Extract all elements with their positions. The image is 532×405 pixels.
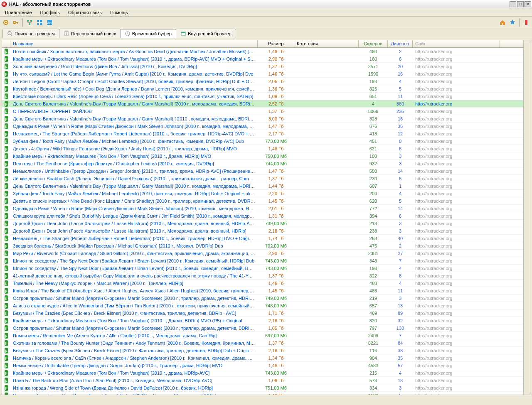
torrent-icon: µ — [2, 265, 10, 272]
col-name[interactable]: Название — [10, 40, 258, 47]
table-row[interactable]: µКрайние меры / Extraordinary Measures (… — [2, 317, 523, 324]
tab-0[interactable]: Поиск по трекерам — [2, 29, 59, 38]
table-row[interactable]: µКрутой пес ( Великолепный пёс) / Cool D… — [2, 85, 523, 93]
table-row[interactable]: µВисокосный год / Leap Year (Ананд Такер… — [2, 392, 523, 395]
table-row[interactable]: µХорошие намерения / Good Intentions (Дж… — [2, 63, 523, 70]
table-row[interactable]: µПочти покойник / Хорош настолько, наско… — [2, 48, 523, 55]
table-row[interactable]: µИзнанка города / Wrong Side of Town (Дэ… — [2, 384, 523, 392]
table-row[interactable]: µЗубная фея / Tooth Fairy (Майкл Лембек … — [2, 137, 523, 145]
svg-rect-11 — [40, 23, 42, 25]
table-row[interactable]: µБезумцы / The Crazies (Брек Эйснер / Br… — [2, 347, 523, 354]
row-site: http://rutracker.org — [413, 108, 500, 114]
table-row[interactable]: µКрайние меры / Extraordinary Measures (… — [2, 369, 523, 377]
row-seeders: 328 — [359, 116, 388, 122]
tab-1[interactable]: Персональный поиск — [59, 29, 121, 38]
row-leechers: 40 — [388, 236, 413, 241]
table-row[interactable]: µНемыслимое / Unthinkable (Грегор Джорда… — [2, 362, 523, 369]
table-row[interactable]: µОхотник за головами / The Bounty Hunter… — [2, 339, 523, 347]
text-icon[interactable]: ав — [45, 18, 54, 27]
table-row[interactable]: µШпион по соседству / The Spy Next Door … — [2, 257, 523, 265]
info-icon[interactable] — [508, 18, 517, 27]
table-row[interactable]: µОстров проклятых / Shutter Island (Март… — [2, 295, 523, 302]
table-row[interactable]: µСлишком крута для тебя / She's Out of M… — [2, 212, 523, 220]
gear-icon[interactable] — [2, 18, 10, 27]
table-row[interactable]: µКнига Илая / The Book of Eli (Альберт Х… — [2, 287, 523, 295]
exit-icon[interactable] — [522, 18, 530, 27]
torrent-icon: µ — [2, 310, 10, 317]
table-row[interactable]: µКрайние меры / Extraordinary Measures (… — [2, 55, 523, 63]
menu-profile[interactable]: Профиль — [37, 9, 64, 16]
scrollbar-vertical[interactable] — [523, 40, 530, 395]
table-row[interactable]: µДикость 4: Оргия / Wild Things: Foursom… — [2, 145, 523, 152]
table-row[interactable]: µДень Святого Валентина / Valentine's Da… — [2, 100, 523, 108]
table-row[interactable]: µДорогой Джон / Dear John (Лассе Халльст… — [2, 227, 523, 235]
tree-icon[interactable] — [25, 18, 34, 27]
row-category — [294, 290, 359, 291]
table-row[interactable]: µБезумцы / The Crazies (Брек Эйснер / Br… — [2, 309, 523, 317]
table-row[interactable]: µНезнакомец / The Stranger (Роберт Либер… — [2, 130, 523, 137]
row-site: http://rutracker.org — [413, 176, 500, 182]
tab-3[interactable]: Внутренний браузер — [176, 29, 236, 38]
table-row[interactable]: µНезнакомец / The Stranger (Роберт Либер… — [2, 235, 523, 242]
row-name: Однажды в Риме / When in Rome (Марк Стив… — [10, 123, 258, 129]
col-seeders[interactable]: Сидеров — [359, 40, 388, 47]
table-row[interactable]: µОднажды в Риме / When in Rome (Марк Сти… — [2, 205, 523, 212]
table-row[interactable]: µДевять в списке мертвых / Nine Dead (Кр… — [2, 197, 523, 205]
table-row[interactable]: µЛегион / Legion (Скотт Чарльз Стюарт / … — [2, 78, 523, 85]
torrent-icon: µ — [2, 175, 10, 182]
row-site: http://rutracker.org — [413, 303, 500, 309]
table-row[interactable]: µПомни меня / Remember Me (Аллен Култер … — [2, 332, 523, 339]
row-site: http://rutracker.org — [413, 116, 500, 122]
home-icon[interactable] — [498, 18, 507, 27]
row-seeders: 932 — [359, 161, 388, 167]
col-category[interactable]: Категория — [294, 40, 359, 47]
table-row[interactable]: µЗубная фея / Tooth Fairy (Майкл Лембек … — [2, 190, 523, 197]
torrent-icon: µ — [2, 86, 10, 92]
col-size[interactable]: Размер — [258, 40, 294, 47]
row-name: Крайние меры / Extraordinary Measures (Т… — [10, 56, 258, 62]
row-seeders: 1130 — [359, 393, 388, 395]
table-row[interactable]: µМир Реки / Riverworld (Стюарт Гиллард /… — [2, 250, 523, 257]
table-row[interactable]: µНу что, сыграем? / Let the Game Begin (… — [2, 70, 523, 78]
col-leechers[interactable]: Личеров — [388, 40, 413, 47]
table-row[interactable]: µТяжелый / The Heavy (Маркус Уоррен / Ma… — [2, 280, 523, 287]
row-site: http://rutracker.org — [413, 71, 500, 77]
table-row[interactable]: µЛёгкие деньги / Snabba Cash (Дэниэл Эсп… — [2, 175, 523, 182]
table-row[interactable]: µАлиса в стране чудес / Alice in Wonderl… — [2, 302, 523, 309]
row-category — [294, 328, 359, 329]
row-leechers: 84 — [388, 340, 413, 346]
row-category — [294, 163, 359, 164]
close-button[interactable]: ✕ — [525, 1, 531, 7]
maximize-button[interactable]: □ — [517, 1, 524, 7]
grid-body[interactable]: µПочти покойник / Хорош настолько, наско… — [2, 48, 523, 395]
table-row[interactable]: µКрестовые походы / Dark Relic (Лоренцо … — [2, 93, 523, 100]
torrent-icon: µ — [2, 138, 10, 145]
col-site[interactable]: Сайт — [413, 40, 500, 47]
table-row[interactable]: µДень Святого Валентина / Valentine's Da… — [2, 115, 523, 123]
table-row[interactable]: µНаличка / Корень всего зла / Ca$h (Стив… — [2, 354, 523, 362]
minimize-button[interactable]: _ — [510, 1, 516, 7]
table-row[interactable]: µО ПЕРЕЗАЛИВЕ ТОРРЕНТ-ФАЙЛОВ1,37 Гб50662… — [2, 108, 523, 115]
tile-icon[interactable] — [35, 18, 44, 27]
table-row[interactable]: µДорогой Джон / Dear John (Лассе Халльст… — [2, 220, 523, 227]
torrent-icon: µ — [2, 213, 10, 219]
menu-app[interactable]: Приложение — [2, 9, 35, 16]
row-size: 743,00 Мб — [258, 258, 294, 264]
table-row[interactable]: µКрайние меры / Extraordinary Measures (… — [2, 152, 523, 160]
table-row[interactable]: µ41-летний девственник, который вырубил … — [2, 272, 523, 280]
tab-2[interactable]: Временный буфер — [120, 29, 176, 38]
table-row[interactable]: µПентхаус / The Penthouse (Кристофер Лев… — [2, 160, 523, 167]
table-row[interactable]: µДень Святого Валентина / Valentine's Da… — [2, 182, 523, 190]
row-seeders: 394 — [359, 213, 388, 219]
key-icon[interactable] — [12, 18, 20, 27]
row-site: http://rutracker.org — [413, 310, 500, 316]
table-row[interactable]: µПлан Б / The Back-up Plan (Алан Пол / A… — [2, 377, 523, 384]
col-icon[interactable] — [2, 40, 10, 47]
table-row[interactable]: µНемыслимое / Unthinkable (Грегор Джорда… — [2, 167, 523, 175]
table-row[interactable]: µШпион по соседству / The Spy Next Door … — [2, 265, 523, 272]
table-row[interactable]: µОднажды в Риме / When in Rome (Марк Сти… — [2, 123, 523, 130]
table-row[interactable]: µОстров проклятых / Shutter Island (Март… — [2, 324, 523, 332]
menu-feedback[interactable]: Обратная связь — [65, 9, 105, 16]
table-row[interactable]: µЗвездная болезнь / StarStruck (Майкл Гр… — [2, 242, 523, 250]
menu-help[interactable]: Помощь — [107, 9, 131, 16]
